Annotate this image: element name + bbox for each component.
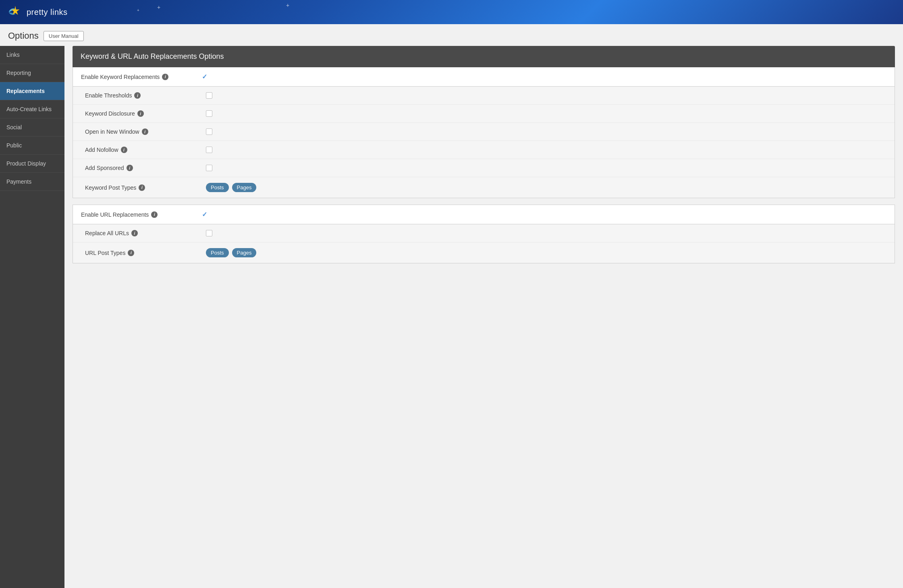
sidebar-item-social[interactable]: Social bbox=[0, 118, 64, 137]
page-wrapper: Options User Manual Links Reporting Repl… bbox=[0, 24, 903, 588]
add-sponsored-info-icon[interactable]: i bbox=[127, 165, 133, 171]
star-decoration: + bbox=[286, 2, 289, 8]
sidebar-item-public[interactable]: Public bbox=[0, 137, 64, 155]
enable-thresholds-checkbox[interactable] bbox=[206, 92, 212, 99]
keyword-post-types-label: Keyword Post Types i bbox=[85, 184, 206, 191]
url-post-types-info-icon[interactable]: i bbox=[128, 250, 134, 256]
add-sponsored-checkbox[interactable] bbox=[206, 165, 212, 171]
add-nofollow-row: Add Nofollow i bbox=[73, 141, 895, 159]
add-sponsored-label: Add Sponsored i bbox=[85, 165, 206, 171]
url-post-types-row: URL Post Types i Posts Pages bbox=[73, 242, 895, 263]
sidebar-item-replacements[interactable]: Replacements bbox=[0, 82, 64, 100]
add-sponsored-control[interactable] bbox=[206, 165, 886, 171]
keyword-post-types-pages-tag[interactable]: Pages bbox=[232, 183, 257, 192]
enable-keyword-replacements-control: ✓ bbox=[202, 73, 886, 81]
url-post-types-pages-tag[interactable]: Pages bbox=[232, 248, 257, 257]
open-in-new-window-row: Open in New Window i bbox=[73, 123, 895, 141]
url-sub-options: Replace All URLs i URL Post Types i Post… bbox=[73, 224, 895, 263]
add-nofollow-label: Add Nofollow i bbox=[85, 147, 206, 153]
sidebar-item-payments[interactable]: Payments bbox=[0, 173, 64, 191]
logo-icon bbox=[8, 5, 23, 19]
header-decoration: + + + bbox=[0, 0, 903, 24]
page-title: Options bbox=[8, 31, 39, 41]
enable-keyword-replacements-label: Enable Keyword Replacements i bbox=[81, 74, 202, 80]
add-sponsored-row: Add Sponsored i bbox=[73, 159, 895, 177]
star-decoration: + bbox=[137, 8, 139, 12]
keyword-disclosure-checkbox[interactable] bbox=[206, 110, 212, 117]
keyword-disclosure-info-icon[interactable]: i bbox=[137, 110, 144, 117]
sidebar-item-links[interactable]: Links bbox=[0, 46, 64, 64]
enable-url-checkmark[interactable]: ✓ bbox=[202, 211, 207, 218]
open-in-new-window-control[interactable] bbox=[206, 128, 886, 135]
keyword-post-types-control: Posts Pages bbox=[206, 183, 886, 192]
enable-keyword-checkmark[interactable]: ✓ bbox=[202, 73, 207, 80]
logo: pretty links bbox=[8, 5, 68, 19]
enable-keyword-replacements-row: Enable Keyword Replacements i ✓ bbox=[73, 67, 895, 87]
replace-all-urls-control[interactable] bbox=[206, 230, 886, 236]
url-post-types-control: Posts Pages bbox=[206, 248, 886, 257]
keyword-disclosure-label: Keyword Disclosure i bbox=[85, 110, 206, 117]
sidebar-item-product-display[interactable]: Product Display bbox=[0, 155, 64, 173]
add-nofollow-control[interactable] bbox=[206, 147, 886, 153]
star-decoration: + bbox=[157, 4, 160, 10]
url-post-types-posts-tag[interactable]: Posts bbox=[206, 248, 229, 257]
add-nofollow-info-icon[interactable]: i bbox=[121, 147, 127, 153]
enable-thresholds-control[interactable] bbox=[206, 92, 886, 99]
app-header: + + + pretty links bbox=[0, 0, 903, 24]
replace-all-urls-label: Replace All URLs i bbox=[85, 230, 206, 236]
keyword-disclosure-row: Keyword Disclosure i bbox=[73, 105, 895, 123]
logo-text: pretty links bbox=[27, 8, 68, 17]
spacer bbox=[73, 198, 895, 205]
keyword-sub-options: Enable Thresholds i Keyword Disclosure i bbox=[73, 87, 895, 198]
keyword-post-types-posts-tag[interactable]: Posts bbox=[206, 183, 229, 192]
url-post-types-label: URL Post Types i bbox=[85, 250, 206, 256]
enable-url-replacements-row: Enable URL Replacements i ✓ bbox=[73, 205, 895, 224]
open-in-new-window-label: Open in New Window i bbox=[85, 128, 206, 135]
sidebar-item-reporting[interactable]: Reporting bbox=[0, 64, 64, 82]
sidebar: Links Reporting Replacements Auto-Create… bbox=[0, 46, 64, 588]
replace-all-urls-row: Replace All URLs i bbox=[73, 224, 895, 242]
add-nofollow-checkbox[interactable] bbox=[206, 147, 212, 153]
replace-all-urls-checkbox[interactable] bbox=[206, 230, 212, 236]
main-layout: Links Reporting Replacements Auto-Create… bbox=[0, 46, 903, 588]
keyword-post-types-info-icon[interactable]: i bbox=[139, 184, 145, 191]
user-manual-button[interactable]: User Manual bbox=[44, 31, 84, 41]
open-new-window-info-icon[interactable]: i bbox=[142, 128, 148, 135]
sidebar-item-auto-create-links[interactable]: Auto-Create Links bbox=[0, 100, 64, 118]
open-in-new-window-checkbox[interactable] bbox=[206, 128, 212, 135]
enable-thresholds-info-icon[interactable]: i bbox=[134, 92, 141, 99]
enable-keyword-info-icon[interactable]: i bbox=[162, 74, 168, 80]
content-area: Keyword & URL Auto Replacements Options … bbox=[64, 46, 903, 588]
enable-url-info-icon[interactable]: i bbox=[151, 211, 158, 218]
enable-thresholds-row: Enable Thresholds i bbox=[73, 87, 895, 105]
replace-all-urls-info-icon[interactable]: i bbox=[131, 230, 138, 236]
section-header: Keyword & URL Auto Replacements Options bbox=[73, 46, 895, 67]
enable-url-replacements-control: ✓ bbox=[202, 211, 886, 218]
keyword-disclosure-control[interactable] bbox=[206, 110, 886, 117]
enable-thresholds-label: Enable Thresholds i bbox=[85, 92, 206, 99]
enable-url-replacements-label: Enable URL Replacements i bbox=[81, 211, 202, 218]
keyword-post-types-row: Keyword Post Types i Posts Pages bbox=[73, 177, 895, 198]
page-header: Options User Manual bbox=[0, 24, 903, 46]
